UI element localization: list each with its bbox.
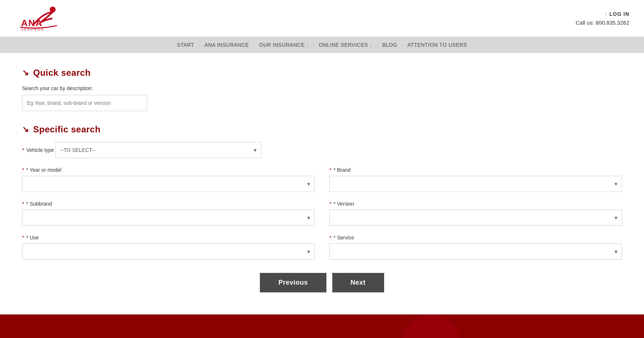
version-label: * * Version bbox=[329, 201, 622, 207]
quick-search-header: ↘ Quick search bbox=[22, 68, 622, 78]
header-right: ↑ LOG IN Call us: 800.835.3262 bbox=[576, 11, 629, 26]
our-insurance-arrow: ↓ bbox=[306, 43, 308, 47]
specific-search-section: ↘ Specific search * Vehicle type --TO SE… bbox=[22, 124, 622, 260]
main-content: ↘ Quick search Search your car by descri… bbox=[0, 53, 644, 314]
subbrand-col: * * Subbrand ▼ bbox=[22, 201, 315, 226]
specific-search-title: Specific search bbox=[33, 124, 101, 135]
service-select[interactable] bbox=[329, 243, 622, 260]
quick-search-icon: ↘ bbox=[22, 69, 29, 77]
use-label: * * Use bbox=[22, 235, 315, 241]
previous-button[interactable]: Previous bbox=[260, 273, 326, 292]
logo-area: ANA SEGUROS bbox=[15, 6, 66, 31]
version-label-text: * Version bbox=[333, 201, 354, 207]
use-select[interactable] bbox=[22, 243, 315, 260]
use-service-row: * * Use ▼ * * Service bbox=[22, 235, 622, 260]
login-area[interactable]: ↑ LOG IN bbox=[604, 11, 629, 17]
nav-sep-5: · bbox=[402, 42, 403, 48]
service-col: * * Service ▼ bbox=[329, 235, 622, 260]
nav-item-our-insurance[interactable]: OUR INSURANCE ↓ bbox=[258, 42, 310, 48]
brand-col: * * Brand ▼ bbox=[329, 167, 622, 192]
login-icon: ↑ bbox=[604, 11, 607, 17]
brand-label-text: * Brand bbox=[333, 167, 351, 173]
specific-search-header: ↘ Specific search bbox=[22, 124, 622, 135]
quick-search-field-label: Search your car by description: bbox=[22, 85, 622, 91]
subbrand-label: * * Subbrand bbox=[22, 201, 315, 207]
use-wrapper: ▼ bbox=[22, 243, 315, 260]
header: ANA SEGUROS ↑ LOG IN Call us: 800.835.32… bbox=[0, 0, 644, 37]
subbrand-select[interactable] bbox=[22, 210, 315, 226]
nav-sep-4: · bbox=[376, 42, 378, 48]
version-select[interactable] bbox=[329, 210, 622, 226]
vehicle-type-label-text: Vehicle type bbox=[26, 147, 54, 153]
footer-person-graphic bbox=[401, 314, 460, 338]
nav-item-blog[interactable]: BLOG bbox=[381, 42, 399, 48]
footer-strip bbox=[0, 314, 644, 338]
subbrand-required: * bbox=[22, 201, 24, 207]
nav-item-attention[interactable]: ATTENTION TO USERS bbox=[406, 42, 468, 48]
specific-search-icon: ↘ bbox=[22, 125, 29, 134]
use-required: * bbox=[22, 235, 24, 241]
logo-svg: ANA SEGUROS bbox=[15, 6, 66, 31]
nav-item-ana-insurance[interactable]: ANA INSURANCE bbox=[203, 42, 250, 48]
use-col: * * Use ▼ bbox=[22, 235, 315, 260]
year-model-label: * * Year or model bbox=[22, 167, 315, 173]
quick-search-section: ↘ Quick search Search your car by descri… bbox=[22, 68, 622, 111]
version-col: * * Version ▼ bbox=[329, 201, 622, 226]
vehicle-type-wrapper: --TO SELECT-- Car Truck Motorcycle SUV ▼ bbox=[56, 142, 261, 158]
use-label-text: * Use bbox=[26, 235, 39, 241]
quick-search-input[interactable] bbox=[22, 95, 147, 111]
subbrand-wrapper: ▼ bbox=[22, 210, 315, 226]
service-label: * * Service bbox=[329, 235, 622, 241]
nav-sep-2: · bbox=[253, 42, 255, 48]
button-row: Previous Next bbox=[22, 273, 622, 292]
phone-number: Call us: 800.835.3262 bbox=[576, 19, 629, 26]
login-label[interactable]: LOG IN bbox=[609, 11, 629, 17]
brand-wrapper: ▼ bbox=[329, 176, 622, 192]
version-wrapper: ▼ bbox=[329, 210, 622, 226]
vehicle-type-label: * Vehicle type bbox=[22, 147, 56, 153]
nav-item-online-services[interactable]: ONLINE SERVICES ↓ bbox=[317, 42, 373, 48]
online-services-arrow: ↓ bbox=[370, 43, 372, 47]
next-button[interactable]: Next bbox=[332, 273, 384, 292]
vehicle-type-row: * Vehicle type --TO SELECT-- Car Truck M… bbox=[22, 142, 622, 158]
service-required: * bbox=[329, 235, 331, 241]
brand-label: * * Brand bbox=[329, 167, 622, 173]
vehicle-type-select[interactable]: --TO SELECT-- Car Truck Motorcycle SUV bbox=[56, 142, 261, 158]
year-model-wrapper: ▼ bbox=[22, 176, 315, 192]
year-model-required: * bbox=[22, 167, 24, 173]
version-required: * bbox=[329, 201, 331, 207]
year-brand-row: * * Year or model ▼ * * Brand bbox=[22, 167, 622, 192]
vehicle-type-required: * bbox=[22, 147, 24, 153]
nav-item-start[interactable]: START bbox=[175, 42, 196, 48]
nav-sep-3: · bbox=[313, 42, 314, 48]
brand-select[interactable] bbox=[329, 176, 622, 192]
quick-search-title: Quick search bbox=[33, 68, 91, 78]
year-model-select[interactable] bbox=[22, 176, 315, 192]
subbrand-label-text: * Subbrand bbox=[26, 201, 52, 207]
year-model-col: * * Year or model ▼ bbox=[22, 167, 315, 192]
main-nav: START · ANA INSURANCE · OUR INSURANCE ↓ … bbox=[0, 37, 644, 53]
svg-text:ANA: ANA bbox=[21, 18, 43, 28]
service-wrapper: ▼ bbox=[329, 243, 622, 260]
subbrand-version-row: * * Subbrand ▼ * * Version bbox=[22, 201, 622, 226]
year-model-label-text: * Year or model bbox=[26, 167, 61, 173]
brand-required: * bbox=[329, 167, 331, 173]
service-label-text: * Service bbox=[333, 235, 354, 241]
nav-sep-1: · bbox=[198, 42, 200, 48]
